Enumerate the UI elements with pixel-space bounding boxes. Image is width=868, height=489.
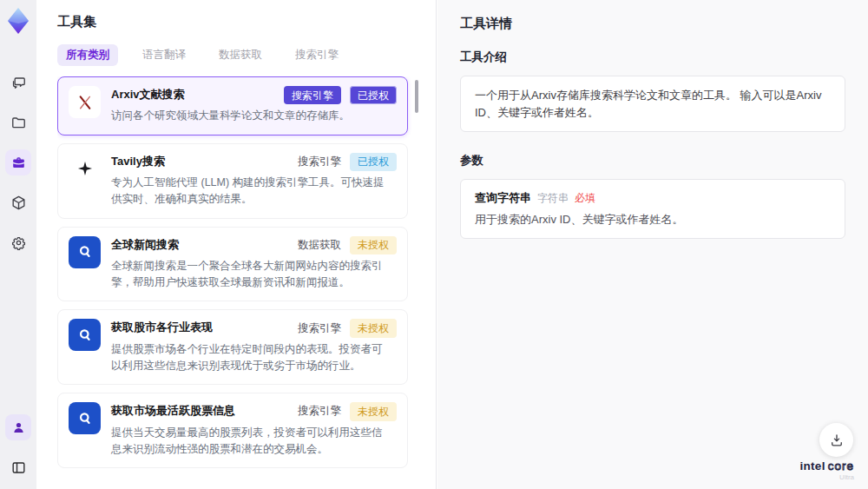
page-title: 工具集 bbox=[57, 14, 418, 30]
category-tab[interactable]: 搜索引擎 bbox=[286, 44, 347, 66]
tool-auth-badge: 未授权 bbox=[350, 236, 397, 254]
tool-auth-badge: 已授权 bbox=[350, 153, 397, 171]
download-icon bbox=[829, 433, 845, 448]
arxiv-logo-icon bbox=[69, 86, 101, 118]
tool-category: 搜索引擎 bbox=[284, 86, 341, 104]
tool-card[interactable]: 全球新闻搜索 数据获取 未授权 全球新闻搜索是一个聚合全球各大新闻网站内容的搜索… bbox=[57, 227, 408, 302]
account-button[interactable] bbox=[5, 414, 31, 440]
settings-nav-button[interactable] bbox=[5, 229, 31, 255]
tool-title: 获取股市各行业表现 bbox=[111, 319, 213, 335]
search-app-icon bbox=[69, 236, 101, 268]
brand-secondary: core bbox=[828, 459, 854, 472]
tool-list: Arxiv文献搜索 搜索引擎 已授权 访问各个研究领域大量科学论文和文章的存储库… bbox=[57, 76, 418, 474]
search-app-icon bbox=[69, 319, 101, 351]
tool-card[interactable]: Arxiv文献搜索 搜索引擎 已授权 访问各个研究领域大量科学论文和文章的存储库… bbox=[57, 76, 408, 135]
chat-nav-button[interactable] bbox=[5, 69, 31, 96]
scrollbar-thumb[interactable] bbox=[415, 80, 418, 113]
tool-category: 数据获取 bbox=[298, 238, 341, 253]
tool-list-panel: 工具集 所有类别语言翻译数据获取搜索引擎 Arxiv文献搜索 搜索引擎 已授权 … bbox=[36, 0, 437, 489]
tool-title: 获取市场最活跃股票信息 bbox=[111, 402, 235, 419]
search-app-icon bbox=[69, 402, 101, 434]
tool-intro-text: 一个用于从Arxiv存储库搜索科学论文和文章的工具。 输入可以是Arxiv ID… bbox=[475, 87, 831, 121]
intel-core-logo: intelcore Ultra bbox=[799, 460, 854, 482]
tool-category: 搜索引擎 bbox=[298, 321, 341, 336]
params-heading: 参数 bbox=[460, 153, 845, 169]
category-tab[interactable]: 所有类别 bbox=[57, 44, 118, 66]
user-icon bbox=[10, 420, 27, 436]
tool-title: Tavily搜索 bbox=[111, 153, 165, 169]
files-nav-button[interactable] bbox=[5, 109, 31, 135]
intro-heading: 工具介绍 bbox=[460, 50, 845, 65]
param-required-badge: 必填 bbox=[575, 191, 595, 206]
tool-title: Arxiv文献搜索 bbox=[111, 86, 185, 102]
sparkle-icon bbox=[69, 153, 101, 185]
folder-icon bbox=[10, 115, 27, 131]
tool-card[interactable]: 获取市场最活跃股票信息 搜索引擎 未授权 提供当天交易量最高的股票列表，投资者可… bbox=[57, 393, 408, 468]
category-tab[interactable]: 数据获取 bbox=[210, 44, 271, 66]
param-type: 字符串 bbox=[537, 191, 569, 206]
gear-icon bbox=[10, 235, 27, 251]
tool-auth-badge: 未授权 bbox=[350, 402, 397, 420]
tool-description: 提供股票市场各个行业在特定时间段内的表现。投资者可以利用这些信息来识别表现优于或… bbox=[111, 341, 397, 375]
tool-auth-badge: 未授权 bbox=[350, 319, 397, 337]
panel-toggle-icon bbox=[10, 459, 27, 476]
toolbox-icon bbox=[10, 155, 27, 171]
brand-primary: intel bbox=[799, 459, 825, 472]
tool-description: 提供当天交易量最高的股票列表，投资者可以利用这些信息来识别流动性强的股票和潜在的… bbox=[111, 425, 397, 459]
tool-auth-badge: 已授权 bbox=[350, 86, 397, 104]
category-tab-bar: 所有类别语言翻译数据获取搜索引擎 bbox=[57, 44, 418, 66]
tool-card[interactable]: Tavily搜索 搜索引擎 已授权 专为人工智能代理 (LLM) 构建的搜索引擎… bbox=[57, 143, 408, 219]
param-description: 用于搜索的Arxiv ID、关键字或作者姓名。 bbox=[475, 212, 831, 228]
tool-category: 搜索引擎 bbox=[298, 404, 341, 419]
cube-icon bbox=[10, 195, 27, 211]
detail-title: 工具详情 bbox=[460, 16, 845, 32]
chat-icon bbox=[10, 75, 27, 91]
tool-card[interactable]: 获取股市各行业表现 搜索引擎 未授权 提供股票市场各个行业在特定时间段内的表现。… bbox=[57, 309, 408, 385]
param-name: 查询字符串 bbox=[475, 190, 531, 206]
scrollbar[interactable] bbox=[414, 78, 418, 471]
app-logo-icon bbox=[5, 7, 31, 35]
toolbox-nav-button[interactable] bbox=[5, 149, 31, 175]
tool-description: 全球新闻搜索是一个聚合全球各大新闻网站内容的搜索引擎，帮助用户快速获取全球最新资… bbox=[111, 258, 397, 292]
icon-rail bbox=[0, 0, 36, 489]
collapse-sidebar-button[interactable] bbox=[5, 454, 31, 480]
param-item: 查询字符串 字符串 必填 用于搜索的Arxiv ID、关键字或作者姓名。 bbox=[475, 190, 831, 228]
brand-sub: Ultra bbox=[799, 474, 854, 482]
tool-description: 专为人工智能代理 (LLM) 构建的搜索引擎工具。可快速提供实时、准确和真实的结… bbox=[111, 175, 397, 208]
tool-category: 搜索引擎 bbox=[298, 155, 341, 169]
tool-title: 全球新闻搜索 bbox=[111, 236, 179, 253]
tool-detail-panel: 工具详情 工具介绍 一个用于从Arxiv存储库搜索科学论文和文章的工具。 输入可… bbox=[437, 0, 868, 489]
params-card: 查询字符串 字符串 必填 用于搜索的Arxiv ID、关键字或作者姓名。 bbox=[460, 179, 845, 239]
category-tab[interactable]: 语言翻译 bbox=[134, 44, 194, 66]
packages-nav-button[interactable] bbox=[5, 189, 31, 215]
download-button[interactable] bbox=[819, 423, 853, 457]
tool-description: 访问各个研究领域大量科学论文和文章的存储库。 bbox=[111, 108, 397, 124]
